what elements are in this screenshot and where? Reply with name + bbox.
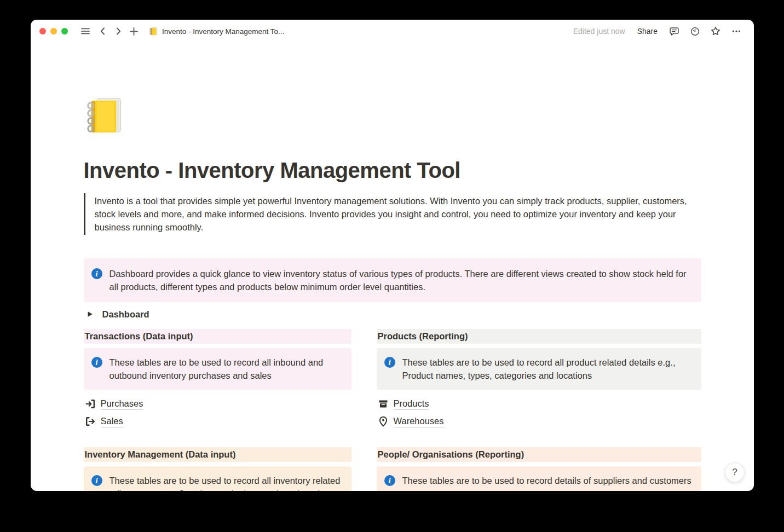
- page-link-warehouses[interactable]: Warehouses: [377, 413, 701, 430]
- new-tab-icon[interactable]: [126, 24, 141, 39]
- enter-door-icon: [85, 398, 96, 409]
- dashboard-callout: i Dashboard provides a quick glance to v…: [84, 258, 701, 302]
- section-header-inventory-management: Inventory Management (Data input): [84, 447, 351, 462]
- left-column: Transactions (Data input) i These tables…: [84, 329, 351, 491]
- history-clock-icon[interactable]: [687, 24, 702, 39]
- page-link-sales[interactable]: Sales: [84, 413, 351, 430]
- info-icon: i: [384, 357, 395, 368]
- link-label: Purchases: [101, 398, 143, 410]
- forward-icon[interactable]: [111, 24, 126, 39]
- comment-icon[interactable]: [666, 24, 682, 39]
- exit-door-icon: [85, 416, 96, 427]
- toggle-triangle-icon[interactable]: [85, 309, 96, 320]
- app-window: Invento - Inventory Management To... Edi…: [31, 20, 754, 491]
- page-title: Invento - Inventory Management Tool: [84, 157, 701, 183]
- minimize-window-button[interactable]: [50, 28, 57, 34]
- share-button[interactable]: Share: [634, 25, 661, 37]
- link-label: Warehouses: [394, 416, 444, 427]
- back-icon[interactable]: [95, 24, 111, 39]
- intro-quote: Invento is a tool that provides simple y…: [84, 193, 701, 235]
- hamburger-menu-icon[interactable]: [78, 24, 93, 39]
- favorite-star-icon[interactable]: [708, 24, 723, 39]
- link-label: Sales: [101, 416, 123, 427]
- info-icon: i: [91, 268, 102, 279]
- two-column-layout: Transactions (Data input) i These tables…: [84, 329, 701, 491]
- inventory-callout-text: These tables are to be used to record al…: [109, 474, 344, 491]
- link-label: Products: [394, 398, 429, 410]
- dashboard-toggle[interactable]: Dashboard: [84, 307, 701, 321]
- transactions-links: Purchases Sales: [84, 395, 351, 430]
- section-header-transactions: Transactions (Data input): [84, 329, 351, 344]
- page-icon-notebook[interactable]: [84, 95, 126, 137]
- notebook-icon: [149, 27, 158, 36]
- help-button[interactable]: ?: [725, 462, 745, 482]
- products-callout-text: These tables are to be used to record al…: [402, 356, 694, 382]
- edited-status: Edited just now: [573, 27, 625, 36]
- page-link-products[interactable]: Products: [377, 395, 701, 413]
- section-header-people-organisations: People/ Organisations (Reporting): [377, 447, 701, 462]
- page-scroll-area[interactable]: Invento - Inventory Management Tool Inve…: [31, 43, 754, 491]
- zoom-window-button[interactable]: [61, 28, 68, 34]
- tab-title: Invento - Inventory Management To...: [162, 27, 284, 36]
- transactions-callout: i These tables are to be used to record …: [84, 348, 351, 390]
- products-callout: i These tables are to be used to record …: [377, 348, 701, 390]
- people-callout-text: These tables are to be used to record de…: [402, 474, 691, 487]
- close-window-button[interactable]: [39, 28, 46, 34]
- info-icon: i: [384, 475, 395, 486]
- titlebar: Invento - Inventory Management To... Edi…: [31, 20, 754, 43]
- people-callout: i These tables are to be used to record …: [377, 466, 701, 491]
- traffic-lights: [39, 28, 68, 34]
- products-links: Products Warehouses: [377, 395, 701, 430]
- page-link-purchases[interactable]: Purchases: [84, 395, 351, 413]
- more-options-icon[interactable]: [729, 24, 744, 39]
- right-column: Products (Reporting) i These tables are …: [377, 329, 701, 491]
- inventory-callout: i These tables are to be used to record …: [84, 466, 351, 491]
- dashboard-toggle-label: Dashboard: [102, 309, 149, 320]
- info-icon: i: [91, 357, 102, 368]
- location-pin-icon: [378, 416, 389, 427]
- dashboard-callout-text: Dashboard provides a quick glance to vie…: [109, 267, 693, 293]
- current-tab[interactable]: Invento - Inventory Management To...: [149, 27, 284, 36]
- archive-box-icon: [378, 398, 389, 409]
- section-header-products: Products (Reporting): [377, 329, 701, 344]
- transactions-callout-text: These tables are to be used to record al…: [109, 356, 344, 382]
- info-icon: i: [91, 475, 102, 486]
